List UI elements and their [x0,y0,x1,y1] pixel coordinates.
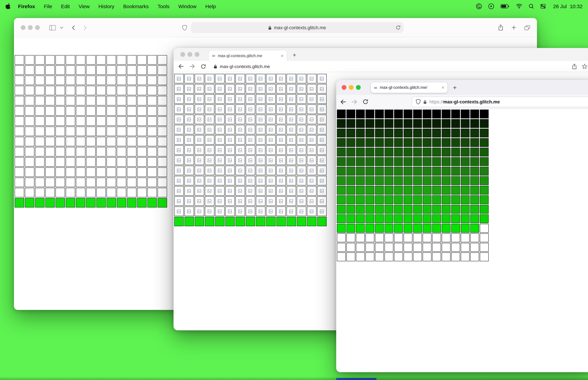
zoom-window-button[interactable] [356,85,361,90]
menu-help[interactable]: Help [205,3,216,9]
lock-icon[interactable] [423,99,427,104]
tab-close-icon[interactable]: × [281,53,284,58]
chevron-down-icon[interactable] [60,26,63,29]
control-center-icon[interactable] [541,3,546,9]
forward-icon[interactable] [190,64,195,69]
gl-canvas-cell [184,94,194,104]
reload-icon[interactable] [396,25,400,30]
share-icon[interactable] [572,63,577,69]
gl-canvas-cell [127,178,136,187]
minimize-window-button[interactable] [188,52,192,57]
menu-edit[interactable]: Edit [61,3,70,9]
gl-canvas-cell [365,214,374,223]
privacy-shield-icon[interactable] [182,25,187,30]
broken-image-icon [269,179,273,183]
gl-canvas-cell [158,178,167,187]
gl-canvas-cell [215,196,225,206]
gl-canvas-cell [356,233,365,242]
gl-canvas-cell [266,115,276,124]
broken-image-icon [218,169,222,172]
close-window-button[interactable] [342,85,346,90]
gl-canvas-cell [225,84,235,94]
gl-canvas-cell [35,147,45,156]
battery-icon[interactable] [501,4,510,8]
forward-icon[interactable] [352,99,357,104]
address-bar[interactable]: max-gl-contexts.glitch.me [191,22,403,33]
gl-canvas-cell [404,224,412,233]
gl-canvas-cell [15,167,24,177]
menu-bar-clock[interactable]: 26 Jul 10:32 [553,3,583,9]
minimize-window-button[interactable] [349,85,354,90]
gl-canvas-cell [56,178,65,187]
back-icon[interactable] [178,64,184,69]
new-tab-button[interactable]: + [293,52,296,58]
gl-canvas-cell [117,167,126,177]
gl-canvas-cell [276,217,286,226]
gl-canvas-cell [195,207,204,216]
gl-canvas-cell [215,155,225,165]
gl-canvas-cell [413,157,422,166]
broken-image-icon [228,77,232,80]
active-app-name[interactable]: Firefox [18,3,35,9]
sidebar-icon[interactable] [49,25,56,30]
tab-bar: ∞ max-gl-contexts.glitch.me/ × + [336,80,588,95]
broken-image-icon [289,138,293,142]
broken-image-icon [258,179,263,183]
grammarly-icon[interactable] [476,3,482,9]
reload-icon[interactable] [201,64,206,69]
tracking-protection-shield-icon[interactable] [416,99,421,104]
broken-image-icon [197,189,202,193]
gl-canvas-cell [413,129,422,137]
playback-icon[interactable] [489,3,494,9]
gl-canvas-cell [174,207,184,216]
menu-view[interactable]: View [79,3,90,9]
browser-tab[interactable]: ∞ max-gl-contexts.glitch.me × [208,50,287,61]
new-tab-button[interactable]: + [453,84,457,91]
broken-image-icon [320,169,324,172]
gl-canvas-cell [317,125,327,134]
forward-icon[interactable] [83,25,87,30]
gl-canvas-cell [76,167,85,177]
reload-icon[interactable] [363,99,368,104]
apple-menu-icon[interactable] [5,3,11,9]
bookmark-star-icon[interactable] [582,64,587,69]
broken-image-icon [258,209,263,213]
gl-canvas-cell [276,94,286,104]
gl-canvas-cell [76,65,85,75]
menu-history[interactable]: History [98,3,114,9]
menu-bookmarks[interactable]: Bookmarks [123,3,149,9]
wifi-icon[interactable] [516,4,523,8]
tab-close-icon[interactable]: × [442,85,444,90]
minimize-window-button[interactable] [28,25,33,30]
gl-canvas-cell [480,243,489,252]
browser-tab[interactable]: ∞ max-gl-contexts.glitch.me/ × [371,82,447,93]
broken-image-icon [218,117,222,121]
zoom-window-button[interactable] [195,52,199,57]
gl-canvas-cell [147,65,157,75]
menu-window[interactable]: Window [178,3,196,9]
new-tab-icon[interactable] [512,25,516,30]
address-bar[interactable]: https:// max-gl-contexts.glitch.me [412,96,588,107]
gl-canvas-cell [394,129,403,137]
menu-file[interactable]: File [44,3,52,9]
gl-canvas-cell [451,119,460,128]
close-window-button[interactable] [21,25,25,30]
tab-overview-icon[interactable] [524,25,530,30]
gl-canvas-cell [297,166,306,175]
zoom-window-button[interactable] [35,25,40,30]
back-icon[interactable] [72,25,75,30]
broken-image-icon [187,189,191,193]
share-icon[interactable] [498,24,503,31]
gl-canvas-cell [384,129,393,137]
broken-image-icon [238,179,243,183]
close-window-button[interactable] [180,52,185,57]
gl-canvas-cell [56,65,65,75]
back-icon[interactable] [340,99,346,104]
spotlight-search-icon[interactable] [529,3,534,9]
gl-canvas-cell [394,119,403,128]
gl-canvas-cell [423,110,432,118]
broken-image-icon [299,107,304,111]
gl-canvas-cell [256,155,266,165]
address-bar[interactable]: max-gl-contexts.glitch.me [214,64,270,69]
menu-tools[interactable]: Tools [158,3,170,9]
